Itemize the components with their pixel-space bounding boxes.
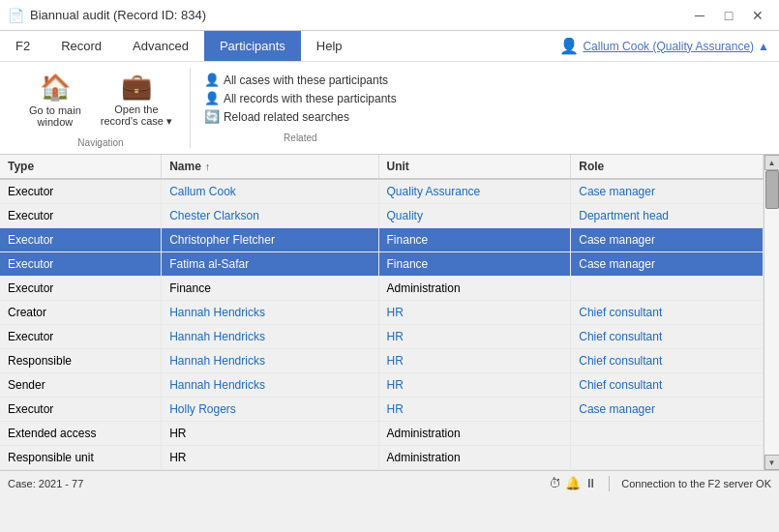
all-cases-link[interactable]: 👤 All cases with these participants <box>202 72 399 88</box>
table-scroll[interactable]: Type Name ↑ Unit Role <box>0 155 764 470</box>
maximize-button[interactable]: □ <box>715 2 742 29</box>
minimize-button[interactable]: ─ <box>686 2 713 29</box>
user-area: 👤 Callum Cook (Quality Assurance) ▲ <box>559 37 779 55</box>
status-bar: Case: 2021 - 77 ⏱ 🔔 ⏸ Connection to the … <box>0 470 779 495</box>
connection-status: Connection to the F2 server OK <box>621 478 771 489</box>
all-records-link[interactable]: 👤 All records with these participants <box>202 90 399 106</box>
cell-name: HR <box>162 422 378 446</box>
status-separator <box>609 476 610 491</box>
table-row[interactable]: SenderHannah HendricksHRChief consultant <box>0 373 764 398</box>
cell-name: Hannah Hendricks <box>162 325 378 349</box>
cell-type: Extended access <box>0 422 162 446</box>
cell-name: Finance <box>162 277 378 301</box>
column-header-role[interactable]: Role <box>571 155 764 179</box>
cell-name: Hannah Hendricks <box>162 373 378 398</box>
cell-type: Responsible <box>0 349 162 373</box>
close-button[interactable]: ✕ <box>744 2 771 29</box>
go-to-main-window-button[interactable]: 🏠 Go to main window <box>23 69 87 132</box>
cell-unit: Finance <box>378 228 571 252</box>
cell-role: Chief consultant <box>571 349 764 373</box>
cell-role <box>571 422 764 446</box>
case-status: Case: 2021 - 77 <box>8 478 541 489</box>
table-row[interactable]: ResponsibleHannah HendricksHRChief consu… <box>0 349 764 373</box>
cell-unit: Administration <box>378 422 571 446</box>
user-icon: 👤 <box>559 37 579 55</box>
cell-name: Callum Cook <box>162 179 378 204</box>
table-row[interactable]: ExecutorFinanceAdministration <box>0 277 764 301</box>
cell-name: Chester Clarkson <box>162 204 378 228</box>
menu-advanced[interactable]: Advanced <box>117 31 204 61</box>
table-area: Type Name ↑ Unit Role <box>0 155 779 470</box>
app-icon: 📄 <box>8 8 24 23</box>
reload-icon: 🔄 <box>204 109 220 124</box>
column-header-unit[interactable]: Unit <box>378 155 571 179</box>
related-group-label: Related <box>284 129 316 143</box>
table-row[interactable]: ExecutorFatima al-SafarFinanceCase manag… <box>0 252 764 277</box>
cell-name: HR <box>162 446 378 470</box>
cell-type: Executor <box>0 204 162 228</box>
cell-type: Executor <box>0 325 162 349</box>
records-case-label: Open the record's case ▾ <box>101 103 172 128</box>
user-name[interactable]: Callum Cook (Quality Assurance) <box>583 40 754 53</box>
table-row[interactable]: ExecutorChester ClarksonQualityDepartmen… <box>0 204 764 228</box>
cell-role: Chief consultant <box>571 301 764 325</box>
navigation-group-label: Navigation <box>77 133 123 148</box>
user-menu-arrow[interactable]: ▲ <box>758 40 769 53</box>
cell-role: Case manager <box>571 179 764 204</box>
cell-type: Responsible unit <box>0 446 162 470</box>
cell-unit: Quality <box>378 204 571 228</box>
refresh-icon[interactable]: 🔔 <box>565 476 581 490</box>
cell-role: Case manager <box>571 398 764 422</box>
briefcase-icon: 💼 <box>121 72 152 102</box>
timer-icon[interactable]: ⏱ <box>549 476 561 490</box>
reload-label: Reload related searches <box>224 110 349 124</box>
window-title: Biannual audit (Record ID: 834) <box>30 8 206 22</box>
pause-icon[interactable]: ⏸ <box>584 476 597 490</box>
person-icon-1: 👤 <box>204 73 220 87</box>
reload-link[interactable]: 🔄 Reload related searches <box>202 108 399 125</box>
ribbon-navigation-group: 🏠 Go to main window 💼 Open the record's … <box>12 68 191 148</box>
cell-unit: HR <box>378 398 571 422</box>
ribbon: 🏠 Go to main window 💼 Open the record's … <box>0 62 779 155</box>
table-row[interactable]: ExecutorCallum CookQuality AssuranceCase… <box>0 179 764 204</box>
cell-unit: Administration <box>378 277 571 301</box>
table-row[interactable]: CreatorHannah HendricksHRChief consultan… <box>0 301 764 325</box>
table-row[interactable]: ExecutorChristopher FletcherFinanceCase … <box>0 228 764 252</box>
cell-role: Chief consultant <box>571 325 764 349</box>
all-records-label: All records with these participants <box>224 92 397 105</box>
menu-f2[interactable]: F2 <box>0 31 45 61</box>
participants-table: Type Name ↑ Unit Role <box>0 155 764 470</box>
home-icon: 🏠 <box>40 73 71 103</box>
table-row[interactable]: Extended accessHRAdministration <box>0 422 764 446</box>
scroll-down-button[interactable]: ▼ <box>764 455 780 470</box>
table-row[interactable]: ExecutorHolly RogersHRCase manager <box>0 398 764 422</box>
scroll-thumb[interactable] <box>765 170 779 209</box>
cell-name: Hannah Hendricks <box>162 301 378 325</box>
cell-type: Executor <box>0 179 162 204</box>
cell-type: Sender <box>0 373 162 398</box>
menu-participants[interactable]: Participants <box>204 31 301 61</box>
cell-role: Case manager <box>571 228 764 252</box>
vertical-scrollbar[interactable]: ▲ ▼ <box>764 155 779 470</box>
open-records-case-button[interactable]: 💼 Open the record's case ▾ <box>95 68 178 132</box>
column-header-type[interactable]: Type <box>0 155 162 179</box>
table-row[interactable]: Responsible unitHRAdministration <box>0 446 764 470</box>
sort-arrow-icon: ↑ <box>205 161 211 172</box>
cell-unit: Quality Assurance <box>378 179 571 204</box>
menu-record[interactable]: Record <box>45 31 117 61</box>
scroll-up-button[interactable]: ▲ <box>764 155 780 170</box>
table-row[interactable]: ExecutorHannah HendricksHRChief consulta… <box>0 325 764 349</box>
column-header-name[interactable]: Name ↑ <box>162 155 378 179</box>
cell-type: Executor <box>0 398 162 422</box>
title-bar: 📄 Biannual audit (Record ID: 834) ─ □ ✕ <box>0 0 779 31</box>
cell-type: Executor <box>0 252 162 277</box>
cell-role: Chief consultant <box>571 373 764 398</box>
person-icon-2: 👤 <box>204 91 220 105</box>
main-window-label: Go to main window <box>29 104 81 128</box>
cell-role <box>571 277 764 301</box>
cell-unit: HR <box>378 301 571 325</box>
scroll-track[interactable] <box>764 170 779 455</box>
menu-help[interactable]: Help <box>301 31 358 61</box>
cell-unit: Administration <box>378 446 571 470</box>
cell-type: Executor <box>0 277 162 301</box>
